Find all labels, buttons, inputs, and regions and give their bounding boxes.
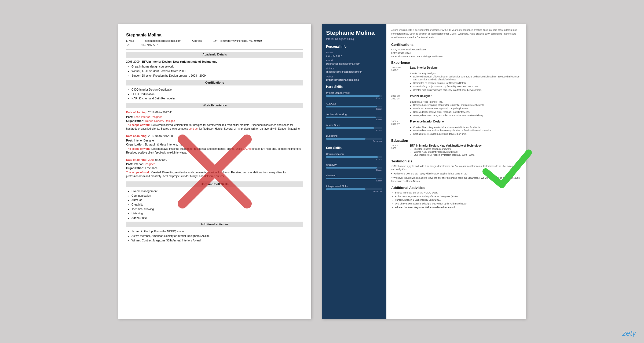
- skill-communication: Communication Expert: [326, 152, 382, 161]
- hard-skills-title: Hard Skills: [326, 85, 382, 89]
- exp-2-b2: Used CAD to create 40+ high-end, compell…: [413, 107, 521, 110]
- skill-budgeting: Budgeting Advanced: [326, 134, 382, 142]
- right-add-5: Winner, Contract Magazine 38th Annual In…: [395, 206, 521, 209]
- job-3-org: Organization: Freelance: [126, 166, 303, 170]
- edu-b2: Winner, ASID Student Portfolio Award 200…: [414, 151, 482, 153]
- job-3-date: Date of Joining: 2006 to 2010-07: [126, 158, 303, 162]
- divider-1: [126, 49, 303, 50]
- academic-bullet-1: Great in home design coursework.: [131, 65, 303, 69]
- skill-3: AutoCad: [131, 198, 303, 202]
- resume-right: Stephanie Molina Interior Designer, CIDQ…: [322, 24, 526, 319]
- cert-list: CIDQ Interior Design Certification LEED …: [126, 88, 303, 100]
- right-add-4: One of my SoHo apartment designs was wri…: [395, 202, 521, 206]
- skill-interpersonal: Interpersonal Skills Advanced: [326, 185, 382, 193]
- exp-entry-1: 2012-09 -2017-11 Lead Interior Designer …: [391, 66, 521, 92]
- exp-3-b3: Kept all projects under budget and deliv…: [413, 133, 521, 136]
- exp-3-bullets: Created 10 exciting residential and comm…: [410, 126, 521, 136]
- exp-3-b1: Created 10 exciting residential and comm…: [413, 126, 521, 129]
- exp-1-b4: Created high-quality designs efficiently…: [413, 89, 521, 92]
- skill-4: Creativity: [131, 203, 303, 207]
- exp-1-b2: Scored the re-compete contract for Radis…: [413, 82, 521, 85]
- address-value: 134 Rightward Way Portland, ME, 04019: [213, 39, 262, 43]
- right-add-3: Panelist, Kitchen & Bath Industry Show 2…: [395, 199, 521, 202]
- summary-text: Award-winning, CIDQ certified interior d…: [391, 28, 521, 39]
- cert-header: Certifications: [126, 80, 303, 85]
- academic-years: 2005-2009: [126, 60, 140, 63]
- right-add-2: Active member, American Society of Inter…: [395, 195, 521, 198]
- exp-entry-3: 2006 -2010-07 Freelance Interior Designe…: [391, 120, 521, 136]
- left-contact-email: E-Mail: stephanieqmolina@gmail.com Addre…: [126, 39, 303, 43]
- exp-2-title: Interior Designer: [410, 95, 431, 100]
- job-2-desc: The scope of work: Designed awe-inspirin…: [126, 147, 303, 155]
- zety-watermark: zety: [622, 329, 636, 338]
- testimonial-1: • "Stephanie is a joy to work with. Her …: [391, 165, 521, 171]
- cert-1: CIDQ Interior Design Certification: [131, 88, 303, 92]
- email-value-right: stephanieqmolina@gmail.com: [326, 62, 382, 65]
- edu-b1: Excelled in home design coursework.: [414, 148, 482, 150]
- job-2-org: Organization: Bourgoin & Hess Interiors,…: [126, 143, 303, 147]
- edu-entry-1: 2005 -2009 BFA in Interior Design, New Y…: [391, 144, 521, 156]
- exp-3-dates: 2006 -2010-07: [391, 120, 407, 125]
- academic-entry: 2005-2009 - BFA in Interior Design, New …: [126, 60, 303, 78]
- academic-bullets: Great in home design coursework. Winner,…: [126, 65, 303, 77]
- work-header: Work Experience: [126, 103, 303, 108]
- testimonials-title: Testimonials: [391, 159, 521, 163]
- exp-2-org: Bourgoin & Hess Interiors, Inc.: [410, 100, 521, 103]
- right-cert-3: NARI Kitchen and Bath Remodeling Certifi…: [391, 55, 521, 58]
- add-activities-right: Scored in the top 1% on the NCIDQ exam. …: [391, 191, 521, 209]
- exp-2-bullets: Designed awe-inspiring interiors for res…: [410, 104, 521, 117]
- exp-1-b3: Several of my projects written up favora…: [413, 85, 521, 88]
- right-add-1: Scored in the top 1% on the NCIDQ exam.: [395, 191, 521, 195]
- job-1-org: Organization: Renée Doherty Designs: [126, 119, 303, 123]
- edu-degree: BFA in Interior Design, New York Institu…: [410, 144, 482, 147]
- email-label-right: E-mail: [326, 59, 382, 62]
- additional-list: Scored in the top 1% on the NCIDQ exam. …: [126, 229, 303, 242]
- exp-title-right: Experience: [391, 61, 521, 65]
- exp-entry-2: 2010-08 -2012-08 Interior Designer Bourg…: [391, 95, 521, 117]
- cert-3: NARI Kitchen and Bath Remodeling: [131, 96, 303, 100]
- linkedin-value: linkedin.com/in/stephanieqmolin: [326, 70, 382, 73]
- skill-6: Listening: [131, 211, 303, 215]
- additional-header: Additional activities: [126, 222, 303, 227]
- skill-creativity: Creativity Expert: [326, 163, 382, 171]
- left-contact-tel: Tel: 917-749-5567: [126, 43, 303, 47]
- skill-listening: Listening Expert: [326, 174, 382, 182]
- tel-value: 917-749-5567: [141, 43, 158, 47]
- phone-label: Phone: [326, 51, 382, 54]
- personal-info-title: Personal Info: [326, 45, 382, 49]
- testimonial-2: • "Radisson is over-the-top happy with t…: [391, 172, 521, 176]
- edu-main: BFA in Interior Design, New York Institu…: [410, 144, 482, 156]
- job-3-title: Post: Interior Designer: [126, 162, 303, 166]
- right-main: Award-winning, CIDQ certified interior d…: [386, 24, 526, 319]
- exp-1-org: Renée Doherty Designs: [410, 72, 521, 75]
- job-1-desc: The scope of work: Delivered inspired, e…: [126, 123, 303, 131]
- exp-2-header: 2010-08 -2012-08 Interior Designer: [391, 95, 521, 100]
- add-3: Winner, Contract Magazine 38th Annual In…: [131, 238, 303, 243]
- exp-3-b2: Received commendations from every client…: [413, 129, 521, 132]
- job-entry-1: Date of Joining: 2012-09 to 2017-11 Post…: [126, 110, 303, 131]
- academic-degree: BFA in Interior Design, New York Institu…: [142, 60, 217, 63]
- email-value: stephanieqmolina@gmail.com: [145, 39, 181, 43]
- academic-bullet-3: Student Director, Freedom by Design prog…: [131, 74, 303, 78]
- twitter-value: twitter.com/stephanieqmolina: [326, 78, 382, 81]
- skills-list: Project management Communication AutoCad…: [126, 189, 303, 220]
- edu-dates: 2005 -2009: [391, 144, 407, 156]
- exp-2-b3: Received 99% positive client feedback in…: [413, 111, 521, 114]
- right-name: Stephanie Molina: [326, 29, 382, 36]
- exp-1-bullets: Delivered inspired, efficient interior d…: [410, 75, 521, 92]
- edu-title-right: Education: [391, 139, 521, 143]
- academic-bullet-2: Winner, ASID Student Portfolio Award 200…: [131, 69, 303, 73]
- add-2: Active member, American Society of Inter…: [131, 234, 303, 238]
- right-sidebar: Stephanie Molina Interior Designer, CIDQ…: [322, 24, 386, 319]
- address-label: Address:: [192, 39, 202, 43]
- skill-2: Communication: [131, 194, 303, 198]
- exp-1-b1: Delivered inspired, efficient interior d…: [413, 75, 521, 82]
- job-1-title: Post: Lead Interior Designer: [126, 115, 303, 119]
- skills-header: Hard and Soft Skills: [126, 181, 303, 187]
- job-3-desc: The scope of work: Created 10 exciting r…: [126, 171, 303, 178]
- right-cert-1: CIDQ Interior Design Certification: [391, 48, 521, 51]
- tel-label: Tel:: [126, 43, 130, 47]
- job-2-date: Date of Joining: 2010-08 to 2012-08: [126, 134, 303, 138]
- twitter-label: Twitter: [326, 75, 382, 78]
- exp-1-title: Lead Interior Designer: [410, 66, 438, 72]
